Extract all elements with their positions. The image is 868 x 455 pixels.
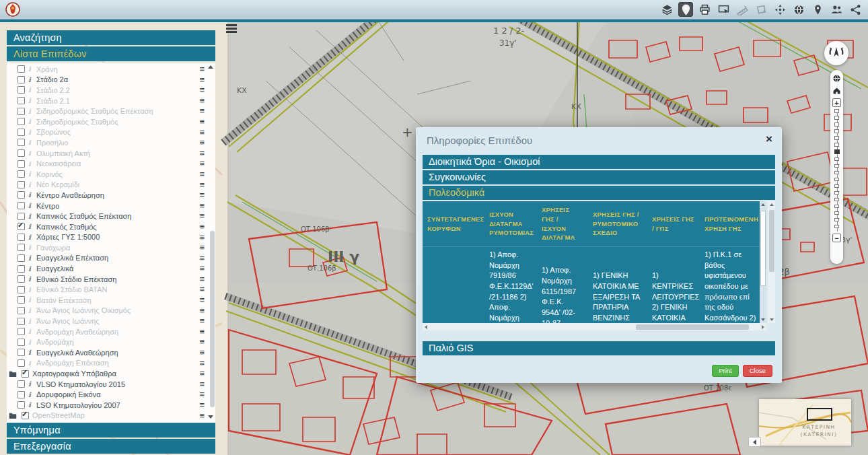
zoom-level-tick[interactable] bbox=[834, 123, 839, 127]
share-icon[interactable] bbox=[848, 2, 863, 17]
layer-checkbox[interactable] bbox=[17, 296, 25, 304]
zoom-level-tick[interactable] bbox=[834, 184, 839, 188]
zoom-level-tick[interactable] bbox=[834, 225, 839, 229]
layer-menu-icon[interactable]: ≡ bbox=[199, 137, 205, 147]
layer-checkbox[interactable] bbox=[17, 160, 25, 168]
zoom-level-tick[interactable] bbox=[834, 205, 839, 209]
zoom-slider[interactable] bbox=[834, 109, 840, 232]
locate-icon[interactable] bbox=[772, 2, 787, 17]
layer-info-icon[interactable]: i bbox=[28, 339, 33, 346]
layer-menu-icon[interactable]: ≡ bbox=[199, 242, 205, 252]
layer-checkbox[interactable] bbox=[17, 65, 25, 73]
zoom-level-tick[interactable] bbox=[834, 143, 839, 147]
add-marker-icon[interactable] bbox=[810, 2, 825, 17]
layer-info-icon[interactable]: i bbox=[28, 108, 33, 115]
map-pin-icon[interactable] bbox=[678, 2, 693, 17]
section-old-gis[interactable]: Παλιό GIS bbox=[423, 341, 775, 355]
layer-info-icon[interactable]: i bbox=[28, 118, 33, 125]
layer-checkbox[interactable] bbox=[17, 149, 25, 157]
panel-header-search[interactable]: Αναζήτηση bbox=[7, 30, 215, 45]
accordion-section-0[interactable]: Διοικητικά Όρια - Οικισμοί bbox=[423, 155, 775, 169]
layer-menu-icon[interactable]: ≡ bbox=[199, 96, 205, 106]
layer-checkbox[interactable] bbox=[17, 118, 25, 125]
layer-info-icon[interactable]: i bbox=[28, 307, 33, 314]
layer-checkbox[interactable] bbox=[17, 265, 25, 273]
close-button[interactable]: Close bbox=[743, 365, 772, 377]
dialog-close-icon[interactable]: × bbox=[766, 133, 772, 146]
list-scroll-down-arrow[interactable] bbox=[208, 415, 213, 419]
layer-menu-icon[interactable]: ≡ bbox=[199, 221, 205, 232]
layer-info-icon[interactable]: i bbox=[28, 170, 33, 178]
list-scroll-up-arrow[interactable] bbox=[208, 65, 213, 69]
layer-menu-icon[interactable]: ≡ bbox=[199, 368, 205, 378]
layers-icon[interactable] bbox=[659, 2, 674, 17]
layer-info-icon[interactable]: i bbox=[28, 286, 33, 293]
layer-checkbox[interactable] bbox=[17, 139, 25, 146]
layer-checkbox[interactable] bbox=[22, 412, 29, 419]
home-icon[interactable] bbox=[832, 86, 841, 95]
zoom-level-tick[interactable] bbox=[834, 164, 839, 168]
layer-checkbox[interactable] bbox=[17, 401, 25, 409]
measure-area-icon[interactable] bbox=[754, 2, 768, 17]
layer-info-icon[interactable]: i bbox=[28, 234, 33, 241]
layer-info-icon[interactable]: i bbox=[28, 160, 33, 168]
table-vertical-scrollbar[interactable] bbox=[760, 201, 766, 323]
layer-menu-icon[interactable]: ≡ bbox=[199, 106, 205, 116]
compass-control[interactable] bbox=[824, 41, 848, 65]
layer-checkbox[interactable] bbox=[17, 275, 25, 283]
export-view-icon[interactable] bbox=[716, 2, 731, 17]
layer-info-icon[interactable]: i bbox=[28, 275, 33, 283]
layer-checkbox[interactable] bbox=[17, 318, 25, 325]
print-button[interactable]: Print bbox=[712, 365, 739, 377]
zoom-level-tick[interactable] bbox=[834, 116, 839, 120]
layer-menu-icon[interactable]: ≡ bbox=[199, 284, 205, 294]
panel-header-edit[interactable]: Επεξεργασία bbox=[7, 439, 215, 454]
layer-menu-icon[interactable]: ≡ bbox=[199, 169, 205, 179]
layer-menu-icon[interactable]: ≡ bbox=[199, 316, 205, 326]
users-icon[interactable] bbox=[829, 2, 844, 17]
zoom-level-tick[interactable] bbox=[834, 218, 839, 222]
zoom-level-tick[interactable] bbox=[834, 158, 839, 162]
layer-info-icon[interactable]: i bbox=[28, 328, 33, 335]
layer-checkbox[interactable] bbox=[22, 370, 29, 378]
layer-info-icon[interactable]: i bbox=[28, 296, 33, 304]
layer-checkbox[interactable] bbox=[17, 380, 25, 388]
layer-info-icon[interactable]: i bbox=[28, 181, 33, 188]
layer-menu-icon[interactable]: ≡ bbox=[199, 306, 205, 316]
layer-checkbox[interactable] bbox=[17, 202, 25, 209]
zoom-level-tick[interactable] bbox=[834, 136, 839, 140]
layer-checkbox[interactable] bbox=[17, 391, 25, 398]
layer-menu-icon[interactable]: ≡ bbox=[199, 274, 205, 284]
layer-info-icon[interactable]: i bbox=[28, 149, 33, 157]
layer-checkbox[interactable] bbox=[17, 181, 25, 188]
layer-menu-icon[interactable]: ≡ bbox=[199, 85, 205, 95]
layer-checkbox[interactable] bbox=[17, 86, 25, 94]
zoom-level-tick[interactable] bbox=[834, 109, 839, 113]
layer-menu-icon[interactable]: ≡ bbox=[199, 347, 205, 357]
layer-info-icon[interactable]: i bbox=[28, 191, 33, 199]
layer-checkbox[interactable] bbox=[17, 191, 25, 199]
layer-menu-icon[interactable]: ≡ bbox=[199, 326, 205, 337]
layer-info-icon[interactable]: i bbox=[28, 391, 33, 398]
layer-menu-icon[interactable]: ≡ bbox=[199, 75, 205, 85]
layer-checkbox[interactable] bbox=[17, 170, 25, 178]
layer-menu-icon[interactable]: ≡ bbox=[199, 400, 205, 410]
zoom-in-button[interactable]: + bbox=[832, 98, 841, 107]
layer-menu-icon[interactable]: ≡ bbox=[199, 379, 205, 389]
zoom-level-current[interactable] bbox=[834, 149, 840, 154]
zoom-level-tick[interactable] bbox=[834, 129, 839, 133]
layer-checkbox[interactable] bbox=[17, 349, 25, 356]
layer-checkbox[interactable] bbox=[17, 286, 25, 293]
layer-info-icon[interactable]: i bbox=[28, 65, 33, 73]
layer-info-icon[interactable]: i bbox=[28, 401, 33, 409]
overview-map[interactable]: ΚΑΤΕΡΙΝΗ (KATERINI) bbox=[759, 399, 851, 446]
zoom-level-tick[interactable] bbox=[834, 191, 839, 195]
layer-info-icon[interactable]: i bbox=[28, 359, 33, 367]
panel-header-legend[interactable]: Υπόμνημα bbox=[7, 423, 215, 438]
layer-info-icon[interactable]: i bbox=[28, 97, 33, 104]
layer-info-icon[interactable]: i bbox=[28, 202, 33, 209]
layer-info-icon[interactable]: i bbox=[28, 139, 33, 146]
layer-checkbox[interactable] bbox=[17, 359, 25, 367]
layer-info-icon[interactable]: i bbox=[28, 318, 33, 325]
layer-checkbox[interactable] bbox=[17, 223, 25, 230]
